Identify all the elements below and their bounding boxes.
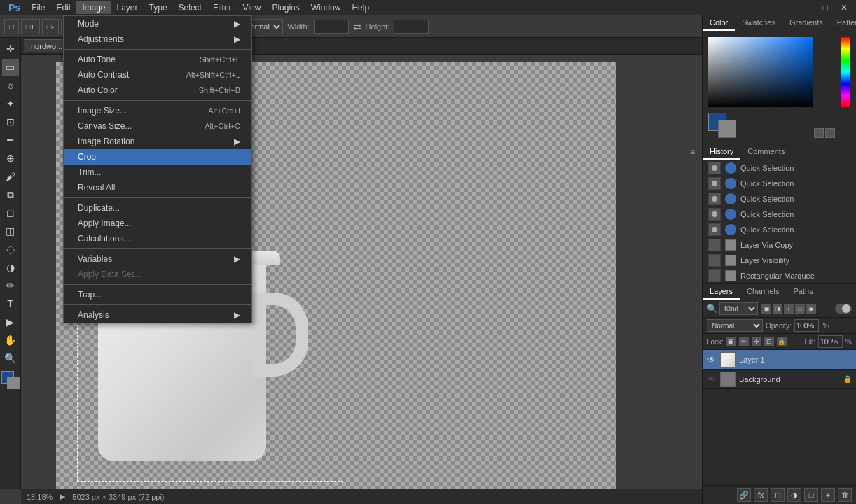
add-selection-btn[interactable]: □+: [21, 19, 40, 34]
history-item[interactable]: Quick Selection: [703, 206, 856, 222]
lock-artboard-btn[interactable]: ⊡: [764, 337, 774, 346]
color-gradient-container[interactable]: [708, 37, 813, 109]
menu-item-adjustments[interactable]: Adjustments ▶: [64, 31, 251, 47]
menu-item-canvas-size[interactable]: Canvas Size... Alt+Ctrl+C: [64, 118, 251, 134]
pixel-filter-icon[interactable]: ▣: [761, 304, 771, 314]
view-menu[interactable]: View: [237, 1, 267, 14]
marquee-tool-btn[interactable]: ▭: [2, 59, 19, 76]
link-layers-btn[interactable]: 🔗: [737, 488, 751, 502]
menu-item-apply-image[interactable]: Apply Image...: [64, 216, 251, 231]
menu-item-auto-tone[interactable]: Auto Tone Shift+Ctrl+L: [64, 52, 251, 67]
help-menu[interactable]: Help: [346, 1, 375, 14]
layer-visibility-toggle[interactable]: 👁: [707, 355, 717, 365]
history-tab[interactable]: History: [703, 144, 740, 160]
select-menu[interactable]: Select: [173, 1, 207, 14]
menu-item-auto-contrast[interactable]: Auto Contrast Alt+Shift+Ctrl+L: [64, 67, 251, 83]
history-item[interactable]: Quick Selection: [703, 222, 856, 237]
edit-menu[interactable]: Edit: [50, 1, 76, 14]
menu-item-image-size[interactable]: Image Size... Alt+Ctrl+I: [64, 103, 251, 118]
layer-item[interactable]: 👁 Background 🔒: [703, 370, 856, 389]
menu-item-apply-data-set[interactable]: Apply Data Set...: [64, 267, 251, 282]
clone-tool-btn[interactable]: ⧉: [2, 186, 19, 203]
width-input[interactable]: [314, 20, 349, 34]
minimize-btn[interactable]: ─: [799, 1, 816, 14]
color-spectrum-strip[interactable]: [841, 37, 850, 107]
filter-toggle[interactable]: [835, 304, 852, 314]
type-tool-btn[interactable]: T: [2, 295, 19, 312]
layers-tab[interactable]: Layers: [703, 284, 740, 300]
shape-filter-icon[interactable]: □: [795, 304, 805, 314]
pen-tool-btn[interactable]: ✏: [2, 277, 19, 294]
lasso-tool-btn[interactable]: ⌾: [2, 77, 19, 94]
menu-item-image-rotation[interactable]: Image Rotation ▶: [64, 134, 251, 149]
eraser-tool-btn[interactable]: ◻: [2, 204, 19, 221]
paths-tab[interactable]: Paths: [787, 284, 820, 300]
history-panel-options-btn[interactable]: ≡: [687, 144, 698, 160]
file-menu[interactable]: File: [26, 1, 50, 14]
adjustment-filter-icon[interactable]: ◑: [773, 304, 782, 314]
history-item[interactable]: Quick Selection: [703, 191, 856, 206]
patterns-tab[interactable]: Patterns: [830, 15, 856, 31]
lock-position-btn[interactable]: ✛: [752, 337, 761, 346]
lock-all-btn[interactable]: 🔒: [777, 337, 787, 346]
new-fill-adj-btn[interactable]: ◑: [787, 488, 801, 502]
maximize-btn[interactable]: □: [817, 1, 834, 14]
close-btn[interactable]: ✕: [835, 1, 853, 14]
move-tool-btn[interactable]: ✛: [2, 41, 19, 57]
brush-tool-btn[interactable]: 🖌: [2, 168, 19, 185]
menu-item-trap[interactable]: Trap...: [64, 287, 251, 302]
gradient-tool-btn[interactable]: ◫: [2, 223, 19, 239]
menu-item-reveal-all[interactable]: Reveal All: [64, 180, 251, 195]
layer-menu[interactable]: Layer: [111, 1, 144, 14]
heal-tool-btn[interactable]: ⊕: [2, 150, 19, 167]
smart-filter-icon[interactable]: ◉: [806, 304, 816, 314]
zoom-tool-btn[interactable]: 🔍: [2, 350, 19, 367]
lock-image-btn[interactable]: ✏: [739, 337, 749, 346]
lock-transparent-btn[interactable]: ▣: [726, 337, 736, 346]
history-item[interactable]: Rectangular Marquee: [703, 268, 856, 284]
new-group-btn[interactable]: □: [804, 488, 818, 502]
color-gradient[interactable]: [708, 37, 813, 107]
menu-item-analysis[interactable]: Analysis ▶: [64, 307, 251, 323]
history-item[interactable]: Layer Via Copy: [703, 237, 856, 253]
delete-layer-btn[interactable]: 🗑: [838, 488, 852, 502]
wand-tool-btn[interactable]: ✦: [2, 95, 19, 112]
crop-tool-btn[interactable]: ⊡: [2, 113, 19, 130]
type-menu[interactable]: Type: [144, 1, 173, 14]
history-item[interactable]: Quick Selection: [703, 176, 856, 191]
gradients-tab[interactable]: Gradients: [782, 15, 830, 31]
window-menu[interactable]: Window: [305, 1, 347, 14]
layer-visibility-toggle[interactable]: 👁: [707, 374, 717, 384]
comments-tab[interactable]: Comments: [740, 144, 792, 160]
opacity-input[interactable]: [794, 319, 819, 332]
background-color-chip[interactable]: [718, 120, 736, 138]
menu-item-calculations[interactable]: Calculations...: [64, 231, 251, 246]
fill-input[interactable]: [818, 335, 843, 348]
swap-icon[interactable]: ⇄: [353, 21, 361, 32]
image-menu-trigger[interactable]: Image: [76, 1, 111, 14]
hand-tool-btn[interactable]: ✋: [2, 332, 19, 349]
subtract-selection-btn[interactable]: □-: [42, 19, 59, 34]
add-mask-btn[interactable]: ◻: [771, 488, 785, 502]
filter-menu[interactable]: Filter: [207, 1, 237, 14]
path-select-tool-btn[interactable]: ▶: [2, 314, 19, 330]
menu-item-auto-color[interactable]: Auto Color Shift+Ctrl+B: [64, 83, 251, 98]
dodge-tool-btn[interactable]: ◑: [2, 259, 19, 276]
color-tab[interactable]: Color: [703, 15, 735, 31]
menu-item-variables[interactable]: Variables ▶: [64, 251, 251, 267]
add-layer-style-btn[interactable]: fx: [754, 488, 768, 502]
channels-tab[interactable]: Channels: [740, 284, 786, 300]
menu-item-duplicate[interactable]: Duplicate...: [64, 200, 251, 216]
history-item[interactable]: Quick Selection: [703, 160, 856, 176]
height-input[interactable]: [394, 20, 429, 34]
menu-item-trim[interactable]: Trim...: [64, 164, 251, 180]
menu-item-mode[interactable]: Mode ▶: [64, 16, 251, 31]
text-filter-icon[interactable]: T: [784, 304, 794, 314]
color-selector[interactable]: [1, 371, 20, 389]
menu-item-crop[interactable]: Crop: [64, 149, 251, 164]
layer-kind-select[interactable]: Kind: [719, 302, 758, 315]
history-item[interactable]: Layer Visibility: [703, 253, 856, 268]
blur-tool-btn[interactable]: ◌: [2, 241, 19, 258]
layer-item[interactable]: 👁 Layer 1: [703, 350, 856, 370]
eyedropper-tool-btn[interactable]: ✒: [2, 132, 19, 148]
